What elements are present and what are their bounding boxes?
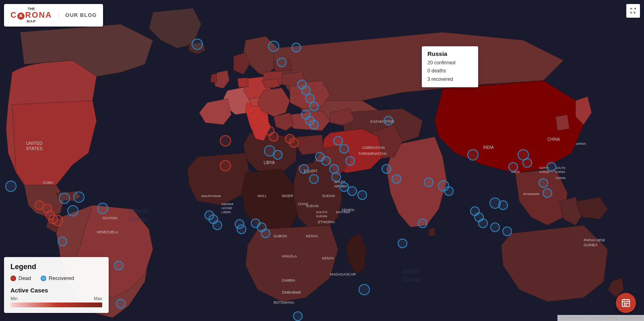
scale-min: Min (10, 296, 18, 301)
dead-dot (10, 276, 16, 281)
tooltip-confirmed: 20 confirmed (427, 59, 473, 67)
svg-text:MAURITANIA: MAURITANIA (201, 194, 221, 198)
svg-text:SAUDI: SAUDI (334, 180, 345, 184)
calendar-button[interactable] (616, 293, 636, 313)
svg-text:LIBYA: LIBYA (264, 160, 275, 165)
svg-rect-56 (625, 303, 627, 304)
svg-text:ZIMBABWE: ZIMBABWE (282, 290, 301, 294)
svg-text:TURKMENISTAN: TURKMENISTAN (358, 152, 386, 156)
svg-text:INDIA: INDIA (511, 170, 520, 174)
svg-text:SOUTH: SOUTH (555, 167, 566, 169)
tooltip-recovered: 3 recovered (427, 75, 473, 83)
active-cases-title: Active Cases (10, 287, 102, 294)
legend-recovered-label: Recovered (49, 275, 74, 281)
svg-text:KOREA: KOREA (539, 171, 549, 173)
scale-max: Max (94, 296, 102, 301)
svg-text:CHINA: CHINA (555, 176, 566, 180)
svg-text:SIERRA: SIERRA (221, 202, 233, 206)
recovered-dot (41, 276, 46, 281)
svg-text:LIBER.: LIBER. (221, 210, 231, 214)
logo-corona: C✕RONA (10, 11, 52, 20)
svg-text:INDIA: INDIA (483, 145, 494, 150)
svg-text:SUDAN: SUDAN (316, 214, 327, 218)
legend-panel: Legend Dead Recovered Active Cases Min M… (4, 257, 109, 313)
svg-text:CHAD: CHAD (298, 202, 308, 206)
fullscreen-button[interactable] (626, 4, 640, 18)
tooltip-deaths: 0 deaths (427, 67, 473, 75)
svg-text:GUINEA: GUINEA (584, 243, 598, 247)
legend-scale-labels: Min Max (10, 296, 102, 301)
svg-text:MALI: MALI (258, 194, 266, 198)
svg-text:SOUTH: SOUTH (316, 210, 327, 214)
legend-gradient (10, 302, 102, 307)
nav-blog-link[interactable]: OUR BLOG (58, 12, 97, 18)
logo: THE C✕RONA MAP (10, 7, 52, 23)
svg-text:CUBA: CUBA (43, 181, 53, 185)
svg-text:JAPAN: JAPAN (576, 142, 586, 146)
svg-text:Atlantic: Atlantic (128, 208, 150, 214)
russia-tooltip: Russia 20 confirmed 0 deaths 3 recovered (422, 46, 478, 87)
legend-title: Legend (10, 263, 102, 271)
svg-text:BOTSWANA: BOTSWANA (274, 300, 294, 305)
svg-text:Indian: Indian (402, 268, 420, 275)
svg-text:KENYA: KENYA (322, 256, 334, 260)
svg-rect-57 (627, 303, 628, 304)
svg-text:Ocean: Ocean (129, 216, 148, 222)
attribution: © contributors © OpenStreetMap Contribut… (557, 315, 644, 321)
legend-recovered: Recovered (41, 275, 74, 281)
svg-text:GABON: GABON (274, 234, 287, 238)
svg-text:Ocean: Ocean (402, 276, 421, 283)
svg-text:ERITREA: ERITREA (336, 210, 350, 214)
svg-text:NORTH: NORTH (539, 167, 549, 169)
svg-text:VENEZUELA: VENEZUELA (97, 230, 118, 234)
legend-dead-label: Dead (19, 275, 31, 281)
legend-dead: Dead (10, 275, 31, 281)
svg-text:ETHIOPIA: ETHIOPIA (318, 220, 335, 224)
svg-text:SUDAN: SUDAN (322, 194, 335, 198)
svg-text:NIGER: NIGER (282, 194, 293, 198)
svg-text:ZAMBIA: ZAMBIA (282, 278, 295, 282)
svg-text:KOREA: KOREA (555, 171, 566, 173)
svg-text:ARABIA: ARABIA (334, 184, 347, 188)
svg-text:KAZAKHSTAN: KAZAKHSTAN (370, 119, 394, 123)
svg-text:CHINA: CHINA (547, 137, 560, 142)
logo-map: MAP (27, 20, 36, 23)
svg-text:STATES: STATES (26, 146, 42, 151)
svg-text:UNITED: UNITED (26, 141, 43, 146)
header: THE C✕RONA MAP OUR BLOG (4, 4, 103, 27)
svg-rect-58 (624, 305, 625, 306)
svg-rect-55 (624, 303, 625, 304)
svg-text:MADAGASCAR: MADAGASCAR (330, 272, 356, 276)
svg-text:LEONE: LEONE (221, 206, 232, 210)
svg-text:KENYA: KENYA (306, 234, 318, 238)
tooltip-country: Russia (427, 50, 473, 57)
svg-text:GUYANA: GUYANA (103, 216, 118, 220)
svg-text:ANGOLA: ANGOLA (282, 254, 297, 258)
legend-items: Dead Recovered (10, 275, 102, 281)
svg-text:MYANMAR: MYANMAR (523, 192, 540, 196)
svg-text:UZBEKISTAN: UZBEKISTAN (362, 146, 385, 150)
svg-text:EGYPT: EGYPT (304, 169, 318, 174)
svg-rect-59 (625, 305, 627, 306)
svg-text:PAPUA NEW: PAPUA NEW (584, 238, 605, 242)
